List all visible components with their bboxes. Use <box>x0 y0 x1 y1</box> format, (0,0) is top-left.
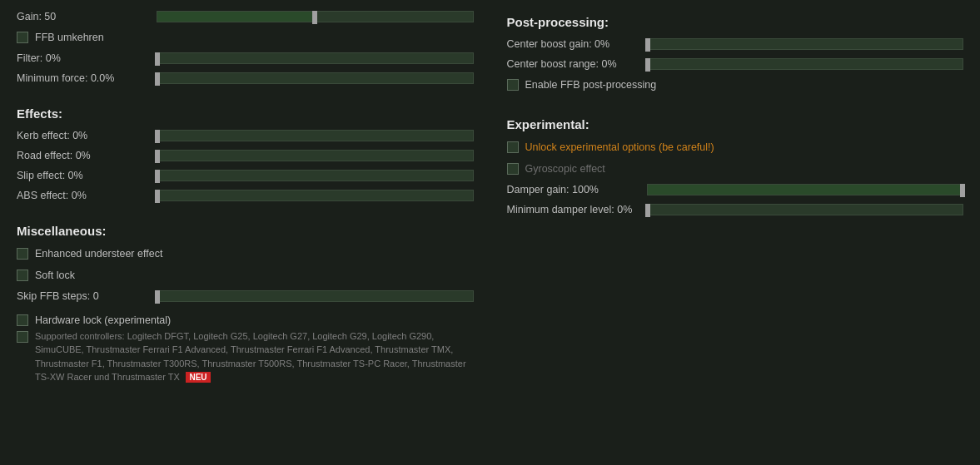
kerb-row: Kerb effect: 0% <box>17 130 474 141</box>
gyroscopic-checkbox[interactable] <box>507 163 519 175</box>
skip-ffb-label: Skip FFB steps: 0 <box>17 290 150 302</box>
min-force-slider[interactable] <box>157 72 474 84</box>
effects-title: Effects: <box>17 106 474 121</box>
hardware-lock-row: Hardware lock (experimental) <box>17 314 474 326</box>
center-boost-range-label: Center boost range: 0% <box>507 58 640 70</box>
center-boost-gain-label: Center boost gain: 0% <box>507 38 640 50</box>
hardware-lock-checkbox[interactable] <box>17 314 28 326</box>
experimental-title: Experimental: <box>507 117 964 131</box>
enable-ffb-checkbox[interactable] <box>507 79 519 91</box>
center-boost-gain-row: Center boost gain: 0% <box>507 38 964 50</box>
hardware-lock-section: Hardware lock (experimental) Supported c… <box>17 311 474 384</box>
hardware-lock-desc: Supported controllers: Logitech DFGT, Lo… <box>35 329 474 384</box>
skip-ffb-row: Skip FFB steps: 0 <box>17 290 474 302</box>
enhanced-understeer-label: Enhanced understeer effect <box>35 248 162 260</box>
slip-row: Slip effect: 0% <box>17 170 474 181</box>
soft-lock-label: Soft lock <box>35 270 75 281</box>
hardware-lock-supported-checkbox[interactable] <box>17 331 28 343</box>
center-boost-gain-slider[interactable] <box>647 38 964 50</box>
ffb-reverse-label: FFB umkehren <box>35 32 104 43</box>
center-boost-range-slider[interactable] <box>647 58 964 70</box>
slip-slider[interactable] <box>157 170 474 181</box>
min-damper-label: Minimum damper level: 0% <box>507 204 640 215</box>
damper-gain-label: Damper gain: 100% <box>507 184 640 195</box>
gain-row: Gain: 50 <box>17 11 474 22</box>
filter-label: Filter: 0% <box>17 52 150 64</box>
road-label: Road effect: 0% <box>17 150 150 161</box>
center-boost-range-row: Center boost range: 0% <box>507 58 964 70</box>
misc-title: Miscellaneous: <box>17 224 474 238</box>
enhanced-understeer-checkbox[interactable] <box>17 248 28 260</box>
ffb-reverse-row: FFB umkehren <box>17 32 474 43</box>
hardware-lock-label: Hardware lock (experimental) <box>35 314 171 326</box>
road-row: Road effect: 0% <box>17 150 474 161</box>
unlock-experimental-row: Unlock experimental options (be careful!… <box>507 141 964 153</box>
unlock-experimental-checkbox[interactable] <box>507 141 519 153</box>
soft-lock-checkbox[interactable] <box>17 270 28 281</box>
soft-lock-row: Soft lock <box>17 270 474 281</box>
road-slider[interactable] <box>157 150 474 161</box>
gyroscopic-row: Gyroscopic effect <box>507 163 964 175</box>
damper-gain-slider[interactable] <box>647 184 964 195</box>
min-force-label: Minimum force: 0.0% <box>17 72 150 84</box>
left-panel: Gain: 50 FFB umkehren Filter: 0% <box>17 8 474 457</box>
filter-slider[interactable] <box>157 52 474 64</box>
slip-label: Slip effect: 0% <box>17 170 150 181</box>
right-panel: Post-processing: Center boost gain: 0% C… <box>490 8 964 457</box>
gain-label: Gain: 50 <box>17 11 150 22</box>
abs-slider[interactable] <box>157 190 474 201</box>
abs-row: ABS effect: 0% <box>17 190 474 201</box>
enable-ffb-label: Enable FFB post-processing <box>525 79 657 91</box>
damper-gain-row: Damper gain: 100% <box>507 184 964 195</box>
enable-ffb-row: Enable FFB post-processing <box>507 79 964 91</box>
kerb-label: Kerb effect: 0% <box>17 130 150 141</box>
skip-ffb-slider[interactable] <box>157 290 474 302</box>
abs-label: ABS effect: 0% <box>17 190 150 201</box>
ffb-reverse-checkbox[interactable] <box>17 32 28 43</box>
neu-badge: NEU <box>186 372 210 383</box>
gyroscopic-label: Gyroscopic effect <box>525 163 605 175</box>
gain-slider[interactable] <box>157 11 474 22</box>
post-processing-title: Post-processing: <box>507 15 964 29</box>
min-damper-row: Minimum damper level: 0% <box>507 204 964 215</box>
unlock-experimental-label: Unlock experimental options (be careful!… <box>525 141 714 153</box>
kerb-slider[interactable] <box>157 130 474 141</box>
enhanced-understeer-row: Enhanced understeer effect <box>17 248 474 260</box>
filter-row: Filter: 0% <box>17 52 474 64</box>
min-damper-slider[interactable] <box>647 204 964 215</box>
min-force-row: Minimum force: 0.0% <box>17 72 474 84</box>
